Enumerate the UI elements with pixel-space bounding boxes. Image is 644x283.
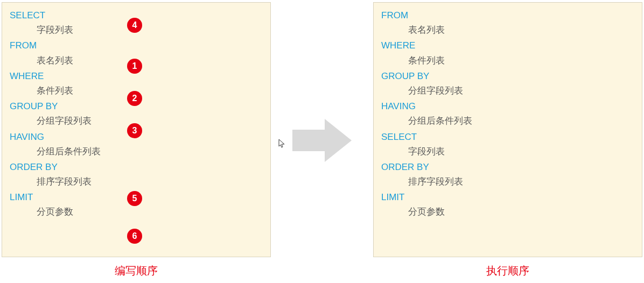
sql-desc: 表名列表 <box>381 23 634 37</box>
diagram-container: SELECT字段列表FROM表名列表WHERE条件列表GROUP BY分组字段列… <box>0 0 644 278</box>
sql-desc: 分页参数 <box>381 204 634 219</box>
clause-where: WHERE条件列表 <box>381 38 634 67</box>
sql-keyword: FROM <box>381 8 634 23</box>
order-badge-3: 3 <box>127 123 142 138</box>
clause-select: SELECT字段列表 <box>381 130 634 159</box>
svg-marker-0 <box>292 119 352 162</box>
order-badge-2: 2 <box>127 91 142 106</box>
sql-desc: 分组后条件列表 <box>10 144 263 159</box>
sql-desc: 条件列表 <box>381 53 634 68</box>
order-badge-4: 4 <box>127 18 142 33</box>
order-badge-6: 6 <box>127 229 142 244</box>
clause-order-by: ORDER BY排序字段列表 <box>381 160 634 189</box>
right-column: FROM表名列表WHERE条件列表GROUP BY分组字段列表HAVING分组后… <box>373 2 642 278</box>
sql-keyword: ORDER BY <box>381 160 634 174</box>
sql-desc: 分组字段列表 <box>381 83 634 98</box>
execution-order-panel: FROM表名列表WHERE条件列表GROUP BY分组字段列表HAVING分组后… <box>373 2 642 257</box>
sql-desc: 字段列表 <box>381 144 634 159</box>
sql-keyword: LIMIT <box>381 190 634 204</box>
arrow-zone <box>292 119 352 162</box>
sql-desc: 分组后条件列表 <box>381 114 634 128</box>
sql-keyword: ORDER BY <box>10 160 263 174</box>
writing-order-panel: SELECT字段列表FROM表名列表WHERE条件列表GROUP BY分组字段列… <box>2 2 271 257</box>
sql-desc: 排序字段列表 <box>10 174 263 189</box>
order-badge-5: 5 <box>127 191 142 206</box>
arrow-right-icon <box>292 119 352 162</box>
left-caption: 编写顺序 <box>115 264 158 278</box>
left-column: SELECT字段列表FROM表名列表WHERE条件列表GROUP BY分组字段列… <box>2 2 271 278</box>
sql-keyword: WHERE <box>381 38 634 53</box>
sql-desc: 分页参数 <box>10 204 263 219</box>
sql-keyword: FROM <box>10 38 263 53</box>
clause-order-by: ORDER BY排序字段列表 <box>10 160 263 189</box>
sql-keyword: SELECT <box>381 130 634 144</box>
clause-having: HAVING分组后条件列表 <box>381 99 634 128</box>
clause-limit: LIMIT分页参数 <box>381 190 634 219</box>
sql-keyword: HAVING <box>381 99 634 114</box>
clause-group-by: GROUP BY分组字段列表 <box>381 69 634 98</box>
sql-keyword: GROUP BY <box>381 69 634 83</box>
order-badge-1: 1 <box>127 59 142 74</box>
clause-from: FROM表名列表 <box>381 8 634 37</box>
right-caption: 执行顺序 <box>486 264 529 278</box>
sql-desc: 排序字段列表 <box>381 174 634 189</box>
